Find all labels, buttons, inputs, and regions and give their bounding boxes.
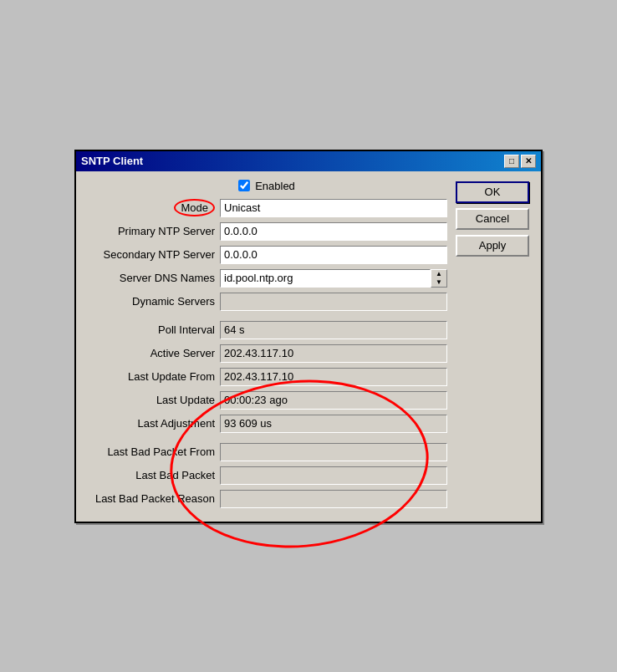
- title-bar-controls: □ ✕: [504, 155, 536, 168]
- server-dns-arrow[interactable]: ▲ ▼: [431, 269, 447, 288]
- apply-button[interactable]: Apply: [456, 235, 529, 257]
- title-bar: SNTP Client □ ✕: [76, 151, 541, 171]
- server-dns-row: Server DNS Names ▲ ▼: [86, 269, 447, 288]
- last-bad-packet-reason-field: [220, 490, 447, 508]
- dynamic-servers-field: [220, 293, 447, 311]
- active-server-label: Active Server: [86, 347, 220, 359]
- last-update-label: Last Update: [86, 394, 220, 406]
- last-update-from-row: Last Update From: [86, 368, 447, 386]
- arrow-down-icon: ▼: [436, 278, 442, 286]
- last-bad-packet-reason-row: Last Bad Packet Reason: [86, 490, 447, 508]
- poll-interval-field: [220, 321, 447, 339]
- secondary-ntp-field[interactable]: [220, 246, 447, 264]
- enabled-checkbox[interactable]: [238, 180, 250, 191]
- sntp-client-window: SNTP Client □ ✕ Enabled Mode Primary: [74, 150, 543, 523]
- last-adjustment-label: Last Adjustment: [86, 417, 220, 430]
- form-area: Enabled Mode Primary NTP Server Secondar…: [86, 180, 447, 513]
- content-area: Enabled Mode Primary NTP Server Secondar…: [76, 171, 541, 522]
- server-dns-label: Server DNS Names: [86, 272, 220, 284]
- enabled-row: Enabled: [86, 180, 447, 192]
- arrow-up-icon: ▲: [436, 270, 442, 277]
- mode-field[interactable]: [220, 199, 447, 217]
- cancel-button[interactable]: Cancel: [456, 208, 529, 230]
- server-dns-field[interactable]: [220, 269, 431, 288]
- enabled-label: Enabled: [255, 180, 295, 192]
- last-bad-packet-label: Last Bad Packet: [86, 469, 220, 481]
- close-button[interactable]: ✕: [521, 155, 536, 168]
- dynamic-servers-label: Dynamic Servers: [86, 295, 220, 308]
- server-dns-container: ▲ ▼: [220, 269, 447, 288]
- active-server-row: Active Server: [86, 344, 447, 363]
- last-bad-packet-from-row: Last Bad Packet From: [86, 443, 447, 461]
- primary-ntp-row: Primary NTP Server: [86, 222, 447, 241]
- secondary-ntp-label: Secondary NTP Server: [86, 248, 220, 261]
- last-bad-packet-from-label: Last Bad Packet From: [86, 445, 220, 458]
- button-area: OK Cancel Apply: [456, 180, 531, 513]
- restore-button[interactable]: □: [504, 155, 519, 168]
- last-update-row: Last Update: [86, 391, 447, 410]
- last-bad-packet-field: [220, 466, 447, 485]
- last-update-field: [220, 391, 447, 410]
- last-adjustment-row: Last Adjustment: [86, 415, 447, 433]
- last-bad-packet-row: Last Bad Packet: [86, 466, 447, 485]
- last-adjustment-field: [220, 415, 447, 433]
- poll-interval-label: Poll Interval: [86, 323, 220, 336]
- mode-label: Mode: [174, 199, 215, 216]
- mode-label-container: Mode: [86, 199, 220, 216]
- secondary-ntp-row: Secondary NTP Server: [86, 246, 447, 264]
- last-bad-packet-from-field: [220, 443, 447, 461]
- primary-ntp-field[interactable]: [220, 222, 447, 241]
- active-server-field: [220, 344, 447, 363]
- mode-row: Mode: [86, 199, 447, 217]
- primary-ntp-label: Primary NTP Server: [86, 225, 220, 237]
- last-update-from-field: [220, 368, 447, 386]
- last-update-from-label: Last Update From: [86, 370, 220, 383]
- ok-button[interactable]: OK: [456, 181, 529, 203]
- poll-interval-row: Poll Interval: [86, 321, 447, 339]
- last-bad-packet-reason-label: Last Bad Packet Reason: [86, 492, 220, 505]
- window-title: SNTP Client: [81, 155, 143, 167]
- dynamic-servers-row: Dynamic Servers: [86, 293, 447, 311]
